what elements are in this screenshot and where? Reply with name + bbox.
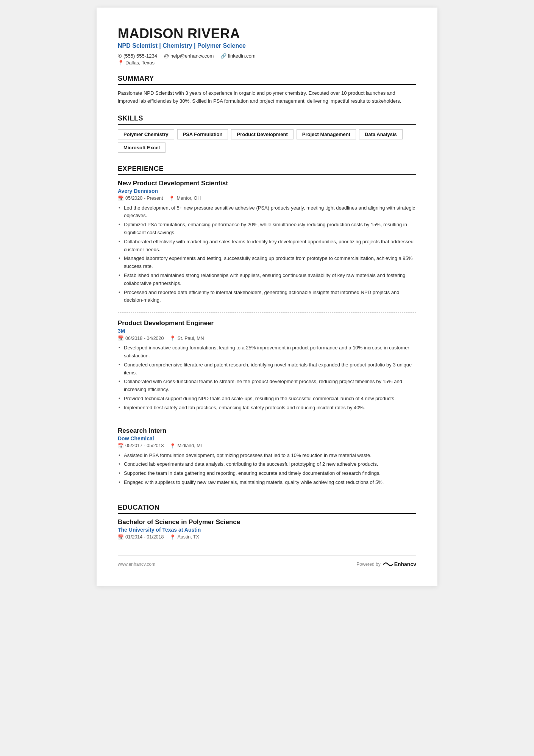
calendar-icon-edu: 📅 bbox=[118, 534, 124, 540]
job-location-2: 📍 St. Paul, MN bbox=[170, 335, 204, 341]
logo-icon bbox=[383, 561, 393, 568]
company-3: Dow Chemical bbox=[118, 435, 416, 441]
summary-section: SUMMARY Passionate NPD Scientist with 3 … bbox=[118, 75, 416, 105]
job-meta-2: 📅 06/2018 - 04/2020 📍 St. Paul, MN bbox=[118, 335, 416, 341]
job-meta-1: 📅 05/2020 - Present 📍 Mentor, OH bbox=[118, 196, 416, 201]
job-title-1: New Product Development Scientist bbox=[118, 180, 416, 187]
skills-title: SKILLS bbox=[118, 114, 416, 125]
job-bullets-2: Developed innovative coating formulation… bbox=[118, 344, 416, 412]
job-meta-3: 📅 05/2017 - 05/2018 📍 Midland, MI bbox=[118, 443, 416, 449]
skill-microsoft-excel: Microsoft Excel bbox=[118, 142, 166, 153]
job-bullets-3: Assisted in PSA formulation development,… bbox=[118, 452, 416, 487]
phone-icon: ✆ bbox=[118, 53, 122, 59]
bullet-item: Engaged with suppliers to qualify new ra… bbox=[118, 479, 416, 487]
powered-by-text: Powered by bbox=[356, 562, 380, 567]
skills-grid: Polymer Chemistry PSA Formulation Produc… bbox=[118, 129, 416, 156]
phone-contact: ✆ (555) 555-1234 bbox=[118, 53, 157, 59]
job-location-3: 📍 Midland, MI bbox=[170, 443, 202, 449]
linkedin-url: linkedin.com bbox=[228, 53, 255, 59]
company-1: Avery Dennison bbox=[118, 188, 416, 194]
linkedin-contact[interactable]: 🔗 linkedin.com bbox=[220, 53, 255, 59]
location-icon-1: 📍 bbox=[169, 196, 175, 201]
brand-name: Enhancv bbox=[394, 561, 416, 567]
bullet-item: Provided technical support during NPD tr… bbox=[118, 395, 416, 403]
edu-entry-1: Bachelor of Science in Polymer Science T… bbox=[118, 518, 416, 540]
bullet-item: Optimized PSA formulations, enhancing pe… bbox=[118, 221, 416, 237]
footer-url: www.enhancv.com bbox=[118, 562, 155, 567]
bullet-item: Conducted lab experiments and data analy… bbox=[118, 460, 416, 468]
job-bullets-1: Led the development of 5+ new pressure s… bbox=[118, 204, 416, 305]
bullet-item: Assisted in PSA formulation development,… bbox=[118, 452, 416, 460]
job-dates-2: 📅 06/2018 - 04/2020 bbox=[118, 335, 164, 341]
job-entry-1: New Product Development Scientist Avery … bbox=[118, 180, 416, 313]
job-title-3: Research Intern bbox=[118, 427, 416, 435]
experience-section: EXPERIENCE New Product Development Scien… bbox=[118, 165, 416, 495]
footer: www.enhancv.com Powered by Enhancv bbox=[118, 555, 416, 568]
skill-polymer-chemistry: Polymer Chemistry bbox=[118, 129, 174, 139]
bullet-item: Collaborated with cross-functional teams… bbox=[118, 378, 416, 394]
skill-data-analysis: Data Analysis bbox=[359, 129, 403, 139]
summary-text: Passionate NPD Scientist with 3 years of… bbox=[118, 89, 416, 105]
bullet-item: Developed innovative coating formulation… bbox=[118, 344, 416, 360]
experience-title: EXPERIENCE bbox=[118, 165, 416, 175]
bullet-item: Managed laboratory experiments and testi… bbox=[118, 255, 416, 271]
job-entry-2: Product Development Engineer 3M 📅 06/201… bbox=[118, 319, 416, 420]
job-entry-3: Research Intern Dow Chemical 📅 05/2017 -… bbox=[118, 427, 416, 495]
bullet-item: Established and maintained strong relati… bbox=[118, 272, 416, 288]
summary-title: SUMMARY bbox=[118, 75, 416, 85]
link-icon: 🔗 bbox=[220, 53, 226, 59]
contact-row: ✆ (555) 555-1234 @ help@enhancv.com 🔗 li… bbox=[118, 53, 416, 59]
edu-school-1: The University of Texas at Austin bbox=[118, 527, 416, 533]
location-contact: 📍 Dallas, Texas bbox=[118, 60, 416, 66]
bullet-item: Supported the team in data gathering and… bbox=[118, 470, 416, 477]
phone-number: (555) 555-1234 bbox=[123, 53, 157, 59]
skill-product-development: Product Development bbox=[231, 129, 293, 139]
job-location-1: 📍 Mentor, OH bbox=[169, 196, 201, 201]
footer-brand: Powered by Enhancv bbox=[356, 561, 416, 568]
calendar-icon-3: 📅 bbox=[118, 443, 124, 449]
skill-psa-formulation: PSA Formulation bbox=[177, 129, 228, 139]
email-contact: @ help@enhancv.com bbox=[164, 53, 214, 59]
education-section: EDUCATION Bachelor of Science in Polymer… bbox=[118, 504, 416, 540]
header: MADISON RIVERA NPD Scientist | Chemistry… bbox=[118, 26, 416, 66]
job-title-2: Product Development Engineer bbox=[118, 319, 416, 327]
location-icon-3: 📍 bbox=[170, 443, 176, 449]
bullet-item: Conducted comprehensive literature and p… bbox=[118, 361, 416, 377]
edu-location-1: 📍 Austin, TX bbox=[170, 534, 199, 540]
location-icon: 📍 bbox=[118, 60, 124, 66]
calendar-icon-2: 📅 bbox=[118, 335, 124, 341]
resume-container: MADISON RIVERA NPD Scientist | Chemistry… bbox=[97, 8, 437, 586]
location-text: Dallas, Texas bbox=[125, 60, 155, 66]
job-dates-1: 📅 05/2020 - Present bbox=[118, 196, 163, 201]
skill-project-management: Project Management bbox=[297, 129, 356, 139]
candidate-title: NPD Scientist | Chemistry | Polymer Scie… bbox=[118, 42, 416, 49]
bullet-item: Implemented best safety and lab practice… bbox=[118, 404, 416, 412]
company-2: 3M bbox=[118, 328, 416, 334]
skills-section: SKILLS Polymer Chemistry PSA Formulation… bbox=[118, 114, 416, 156]
job-dates-3: 📅 05/2017 - 05/2018 bbox=[118, 443, 164, 449]
education-title: EDUCATION bbox=[118, 504, 416, 514]
location-icon-edu: 📍 bbox=[170, 534, 176, 540]
candidate-name: MADISON RIVERA bbox=[118, 26, 416, 42]
bullet-item: Collaborated effectively with marketing … bbox=[118, 238, 416, 254]
location-icon-2: 📍 bbox=[170, 335, 176, 341]
bullet-item: Processed and reported data efficiently … bbox=[118, 289, 416, 305]
bullet-item: Led the development of 5+ new pressure s… bbox=[118, 204, 416, 220]
calendar-icon-1: 📅 bbox=[118, 196, 124, 201]
edu-degree-1: Bachelor of Science in Polymer Science bbox=[118, 518, 416, 526]
email-icon: @ bbox=[164, 53, 169, 59]
enhancv-logo: Enhancv bbox=[383, 561, 416, 568]
edu-meta-1: 📅 01/2014 - 01/2018 📍 Austin, TX bbox=[118, 534, 416, 540]
edu-dates-1: 📅 01/2014 - 01/2018 bbox=[118, 534, 164, 540]
email-address: help@enhancv.com bbox=[170, 53, 214, 59]
